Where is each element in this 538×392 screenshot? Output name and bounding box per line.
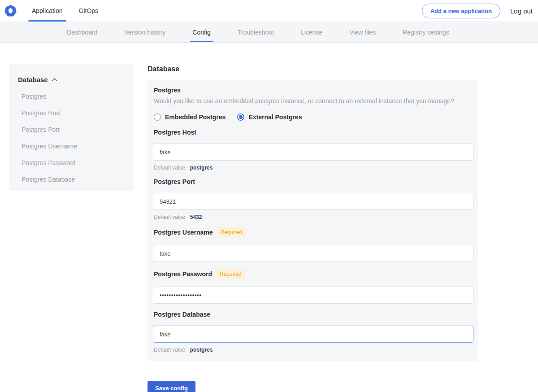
field-postgres-username: Postgres Username Required bbox=[153, 227, 473, 262]
subnav-item-version-history[interactable]: Version history bbox=[125, 22, 166, 42]
postgres-port-label: Postgres Port bbox=[154, 178, 195, 185]
database-config-card: Postgres Would you like to use an embedd… bbox=[148, 80, 478, 361]
config-sidebar: Database Postgres Postgres Host Postgres… bbox=[9, 64, 134, 191]
subnav-item-dashboard[interactable]: Dashboard bbox=[67, 22, 98, 42]
postgres-port-input[interactable] bbox=[153, 193, 473, 210]
default-value-label: Default value: bbox=[154, 347, 187, 353]
radio-unchecked-icon[interactable] bbox=[154, 113, 161, 121]
postgres-username-label: Postgres Username bbox=[154, 229, 213, 236]
tab-application-label: Application bbox=[32, 7, 63, 14]
sidebar-item-postgres-port[interactable]: Postgres Port bbox=[22, 126, 125, 133]
postgres-database-default: Default value: postgres bbox=[154, 347, 473, 353]
logout-button[interactable]: Log out bbox=[510, 7, 533, 15]
field-postgres-password: Postgres Password Required bbox=[153, 269, 473, 304]
required-badge: Required bbox=[217, 227, 246, 237]
tab-gitops-label: GitOps bbox=[79, 7, 99, 14]
subnav-item-config[interactable]: Config bbox=[192, 22, 210, 42]
field-postgres-port: Postgres Port Default value: 5432 bbox=[153, 178, 473, 220]
postgres-password-input[interactable] bbox=[153, 287, 473, 304]
subnav-item-license[interactable]: License bbox=[301, 22, 322, 42]
postgres-port-label-row: Postgres Port bbox=[154, 178, 473, 185]
radio-external-postgres[interactable]: External Postgres bbox=[237, 113, 302, 121]
content-area: Database Postgres Postgres Host Postgres… bbox=[0, 43, 538, 392]
default-value-text: postgres bbox=[190, 347, 213, 353]
subnav-registry-settings-label: Registry settings bbox=[403, 29, 449, 36]
sidebar-item-postgres-username[interactable]: Postgres Username bbox=[22, 143, 125, 150]
field-postgres-host: Postgres Host Default value: postgres bbox=[153, 129, 473, 171]
postgres-mode-radio-group: Embedded Postgres External Postgres bbox=[154, 113, 473, 121]
tab-application[interactable]: Application bbox=[30, 0, 65, 22]
admin-console-page: Application GitOps Add a new application… bbox=[0, 0, 538, 392]
add-new-application-button[interactable]: Add a new application bbox=[422, 4, 500, 18]
subnav-item-registry-settings[interactable]: Registry settings bbox=[403, 22, 449, 42]
postgres-database-input[interactable] bbox=[153, 326, 473, 343]
topbar-tabs: Application GitOps bbox=[30, 0, 113, 22]
subnav-item-troubleshoot[interactable]: Troubleshoot bbox=[238, 22, 274, 42]
topbar: Application GitOps Add a new application… bbox=[0, 0, 538, 22]
sidebar-group-database[interactable]: Database bbox=[18, 76, 125, 83]
sidebar-item-postgres-database[interactable]: Postgres Database bbox=[22, 176, 125, 183]
postgres-password-label: Postgres Password bbox=[154, 270, 212, 278]
subnav-view-files-label: View files bbox=[349, 29, 376, 36]
radio-checked-icon[interactable] bbox=[237, 113, 244, 121]
sidebar-item-postgres-password[interactable]: Postgres Password bbox=[22, 159, 125, 166]
default-value-label: Default value: bbox=[154, 214, 187, 220]
default-value-text: 5432 bbox=[190, 214, 202, 220]
save-config-button[interactable]: Save config bbox=[148, 381, 195, 392]
postgres-host-input[interactable] bbox=[153, 144, 473, 161]
radio-embedded-postgres-label: Embedded Postgres bbox=[165, 113, 226, 121]
default-value-text: postgres bbox=[190, 165, 213, 171]
postgres-port-default: Default value: 5432 bbox=[154, 214, 473, 220]
required-badge: Required bbox=[216, 269, 245, 279]
postgres-username-input[interactable] bbox=[153, 245, 473, 262]
postgres-database-label: Postgres Database bbox=[154, 311, 210, 318]
postgres-password-label-row: Postgres Password Required bbox=[154, 269, 473, 279]
section-title: Database bbox=[148, 65, 478, 73]
chevron-up-icon[interactable] bbox=[52, 78, 57, 82]
field-postgres-database: Postgres Database Default value: postgre… bbox=[153, 311, 473, 353]
postgres-username-label-row: Postgres Username Required bbox=[154, 227, 473, 237]
sidebar-item-postgres[interactable]: Postgres bbox=[22, 93, 125, 100]
postgres-host-label-row: Postgres Host bbox=[154, 129, 473, 136]
app-subnav: Dashboard Version history Config Trouble… bbox=[0, 22, 538, 43]
app-logo-icon bbox=[4, 5, 17, 17]
default-value-label: Default value: bbox=[154, 165, 187, 171]
postgres-host-label: Postgres Host bbox=[154, 129, 196, 136]
subnav-version-history-label: Version history bbox=[125, 29, 166, 36]
radio-external-postgres-label: External Postgres bbox=[248, 113, 302, 121]
tab-gitops[interactable]: GitOps bbox=[77, 0, 100, 22]
subnav-config-label: Config bbox=[192, 29, 210, 36]
subnav-license-label: License bbox=[301, 29, 322, 36]
config-main: Database Postgres Would you like to use … bbox=[148, 65, 478, 392]
postgres-group-label: Postgres bbox=[154, 87, 473, 94]
postgres-host-default: Default value: postgres bbox=[154, 165, 473, 171]
postgres-database-label-row: Postgres Database bbox=[154, 311, 473, 318]
sidebar-group-label: Database bbox=[18, 76, 48, 83]
sidebar-item-postgres-host[interactable]: Postgres Host bbox=[22, 109, 125, 117]
subnav-item-view-files[interactable]: View files bbox=[349, 22, 376, 42]
subnav-troubleshoot-label: Troubleshoot bbox=[238, 29, 274, 36]
subnav-dashboard-label: Dashboard bbox=[67, 29, 98, 36]
radio-embedded-postgres[interactable]: Embedded Postgres bbox=[154, 113, 226, 121]
postgres-help-text: Would you like to use an embedded postgr… bbox=[154, 97, 473, 105]
